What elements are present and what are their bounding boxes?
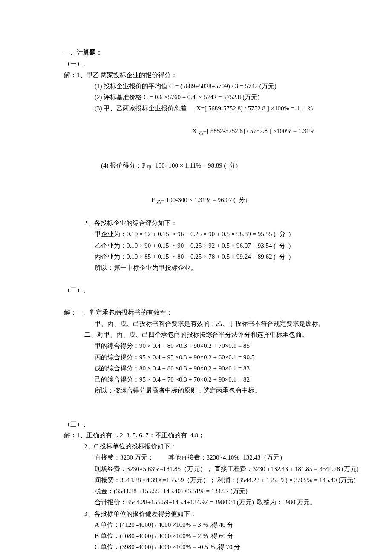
q2-intro: 2、各投标企业的综合评分如下： [64, 217, 328, 228]
q1-4a-prefix: (4) 报价得分：P [101, 162, 147, 169]
p2-intro: 解：一、判定承包商投标书的有效性： [64, 307, 328, 318]
p3-q2-a: 直接费：3230 万元； 其他直接费：3230×4.10%=132.43（万元） [64, 452, 328, 463]
p2-score-d: 己的综合得分：95 × 0.4 + 70 ×0.3 + 70×0.2 + 90×… [64, 374, 328, 385]
spacer [64, 296, 328, 307]
spacer [64, 408, 328, 419]
q1-step-3a: (3) 甲、乙两家投标企业报价离差 X=[ 5689-5752.8] / 575… [64, 103, 328, 114]
p3-q3-intro: 3、各投标单位的报价偏差得分值如下： [64, 508, 328, 519]
q1-3b-rest: =[ 5852-5752.8] / 5752.8 ] ×100% = 1.31% [203, 127, 315, 134]
section-heading: 一、计算题： [64, 47, 328, 58]
q1-4b-sub: 乙 [156, 200, 161, 205]
p3-q3-a: A 单位：(4120 -4000) / 4000 ×100% = 3 % ,得 … [64, 519, 328, 530]
p2-score-c: 戊的综合得分：80 × 0.4 + 80 ×0.3 + 90×0.2 + 90×… [64, 363, 328, 374]
p2-score-b: 丙的综合得分：95 × 0.4 + 95 ×0.3 + 90×0.2 + 60×… [64, 352, 328, 363]
p3-q2-b: 现场经费：3230×5.63%=181.85（万元）； 直接工程费：3230 +… [64, 463, 328, 474]
spacer [64, 396, 328, 408]
p3-q3-b: B 单位：(4080 -4000) / 4000 ×100% = 2 % ,得 … [64, 530, 328, 541]
subsection-1-label: （一）、 [64, 58, 328, 69]
p3-q2-intro: 2、C 投标单位的投标报价如下： [64, 441, 328, 452]
p2-method: 二、对甲、丙、戊、己四个承包商的投标按综合平分法评分和选择中标承包商。 [64, 329, 328, 340]
q1-step-1: (1) 投标企业报价的平均值 C = (5689+5828+5709) / 3 … [64, 81, 328, 92]
q1-step-2: (2) 评标基准价格 C = 0.6 ×5760 + 0.4 × 5742 = … [64, 92, 328, 103]
q2-line-b: 乙企业为：0.10 × 90 + 0.15 × 90 + 0.25 × 92 +… [64, 240, 328, 251]
p3-q1: 解：1、正确的有 1. 2. 3. 5. 6. 7；不正确的有 4.8； [64, 430, 328, 441]
p3-q2-e: 合计报价：3544.28+155.59+145.4+134.97 = 3980.… [64, 497, 328, 508]
q1-step-4b: P 乙= 100-300 × 1.31% = 96.07 ( 分) [64, 183, 328, 217]
q1-step-3b: X 乙=[ 5852-5752.8] / 5752.8 ] ×100% = 1.… [64, 114, 328, 149]
p2-validity: 甲、丙、戊、己投标书答合要求是有效的；乙、丁投标书不符合规定要求是废标。 [64, 318, 328, 329]
q2-line-a: 甲企业为：0.10 × 92 + 0.15 × 96 + 0.25 × 90 +… [64, 228, 328, 240]
q1-3b-prefix: X [192, 127, 199, 134]
q2-line-c: 丙企业为：0.10 × 85 + 0.15 × 80 + 0.25 × 78 +… [64, 251, 328, 262]
p3-q3-d: D 单位：(3900 -4000) / 4000 ×100% = -2.5 % … [64, 553, 328, 555]
spacer [64, 273, 328, 284]
q2-conclusion: 所以：第一中标企业为甲投标企业。 [64, 262, 328, 273]
p3-q2-c: 间接费：3544.28 ×4.39%=155.59（万元）； 利润：(3544.… [64, 474, 328, 486]
p3-q3-c: C 单位：(3980 -4000) / 4000 ×100% = -0.5 % … [64, 541, 328, 552]
q1-intro: 解：1、甲乙 两家投标企业的报价得分： [64, 69, 328, 81]
q1-4b-rest: = 100-300 × 1.31% = 96.07 ( 分) [161, 197, 248, 203]
p3-q2-d: 税金：(3544.28 +155.59+145.40) ×3.51% = 134… [64, 486, 328, 497]
subsection-3-label: （三）、 [64, 419, 328, 430]
p2-score-a: 甲的综合得分：90 × 0.4 + 80 ×0.3 + 90×0.2 + 70×… [64, 340, 328, 351]
subsection-2-label: （二）、 [64, 284, 328, 295]
q1-4a-rest: =100- 100 × 1.11% = 98.89 ( 分) [152, 162, 238, 169]
p2-conclusion: 所以：按综合得分最高者中标的原则，选定丙承包商中标。 [64, 385, 328, 396]
document-page: 一、计算题： （一）、 解：1、甲乙 两家投标企业的报价得分： (1) 投标企业… [0, 0, 392, 555]
q1-step-4a: (4) 报价得分：P 甲=100- 100 × 1.11% = 98.89 ( … [64, 148, 328, 183]
q1-4a-sub: 甲 [147, 165, 152, 170]
q1-4b-prefix: P [151, 197, 156, 203]
q1-3b-sub: 乙 [199, 131, 203, 136]
